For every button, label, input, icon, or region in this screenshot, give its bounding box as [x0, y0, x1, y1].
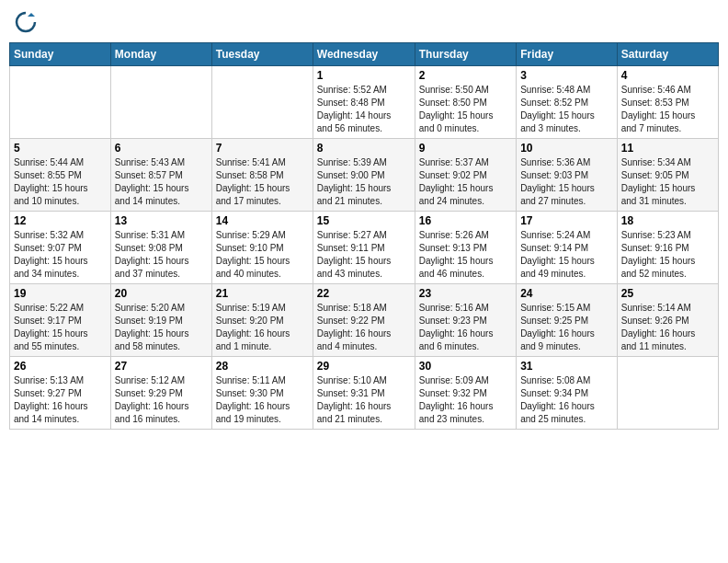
column-header-friday: Friday [517, 43, 618, 66]
calendar-cell: 14Sunrise: 5:29 AM Sunset: 9:10 PM Dayli… [211, 212, 313, 284]
calendar-week-2: 5Sunrise: 5:44 AM Sunset: 8:55 PM Daylig… [10, 139, 719, 212]
day-number: 26 [14, 360, 107, 373]
column-header-tuesday: Tuesday [211, 43, 313, 66]
calendar-cell: 25Sunrise: 5:14 AM Sunset: 9:26 PM Dayli… [617, 284, 718, 357]
calendar-cell: 3Sunrise: 5:48 AM Sunset: 8:52 PM Daylig… [517, 66, 618, 139]
calendar-cell: 11Sunrise: 5:34 AM Sunset: 9:05 PM Dayli… [617, 139, 718, 212]
day-info: Sunrise: 5:29 AM Sunset: 9:10 PM Dayligh… [216, 229, 309, 281]
calendar-cell: 2Sunrise: 5:50 AM Sunset: 8:50 PM Daylig… [415, 66, 516, 139]
calendar-cell: 29Sunrise: 5:10 AM Sunset: 9:31 PM Dayli… [313, 357, 415, 430]
day-number: 20 [115, 287, 208, 300]
column-header-monday: Monday [110, 43, 211, 66]
calendar-cell: 27Sunrise: 5:12 AM Sunset: 9:29 PM Dayli… [110, 357, 211, 430]
day-number: 7 [216, 142, 309, 155]
calendar-cell: 9Sunrise: 5:37 AM Sunset: 9:02 PM Daylig… [415, 139, 516, 212]
calendar-cell: 7Sunrise: 5:41 AM Sunset: 8:58 PM Daylig… [211, 139, 313, 212]
day-number: 25 [621, 287, 714, 300]
day-number: 29 [317, 360, 411, 373]
day-info: Sunrise: 5:31 AM Sunset: 9:08 PM Dayligh… [115, 229, 208, 281]
calendar-cell [211, 66, 313, 139]
day-number: 22 [317, 287, 411, 300]
day-info: Sunrise: 5:44 AM Sunset: 8:55 PM Dayligh… [14, 156, 107, 208]
calendar-cell: 13Sunrise: 5:31 AM Sunset: 9:08 PM Dayli… [110, 212, 211, 284]
logo [13, 9, 42, 35]
day-info: Sunrise: 5:50 AM Sunset: 8:50 PM Dayligh… [419, 84, 512, 135]
calendar-cell: 23Sunrise: 5:16 AM Sunset: 9:23 PM Dayli… [415, 284, 516, 357]
calendar-cell: 16Sunrise: 5:26 AM Sunset: 9:13 PM Dayli… [415, 212, 516, 284]
day-info: Sunrise: 5:36 AM Sunset: 9:03 PM Dayligh… [520, 156, 613, 208]
day-info: Sunrise: 5:24 AM Sunset: 9:14 PM Dayligh… [520, 229, 613, 281]
day-info: Sunrise: 5:27 AM Sunset: 9:11 PM Dayligh… [317, 229, 411, 281]
calendar-cell [617, 357, 718, 430]
day-number: 11 [621, 142, 714, 155]
day-number: 9 [419, 142, 512, 155]
day-number: 8 [317, 142, 411, 155]
day-info: Sunrise: 5:48 AM Sunset: 8:52 PM Dayligh… [520, 84, 613, 135]
day-number: 27 [115, 360, 208, 373]
day-info: Sunrise: 5:46 AM Sunset: 8:53 PM Dayligh… [621, 84, 714, 135]
page-header [9, 9, 719, 35]
calendar-cell: 17Sunrise: 5:24 AM Sunset: 9:14 PM Dayli… [517, 212, 618, 284]
day-info: Sunrise: 5:37 AM Sunset: 9:02 PM Dayligh… [419, 156, 512, 208]
day-info: Sunrise: 5:08 AM Sunset: 9:34 PM Dayligh… [520, 374, 613, 426]
calendar-cell: 12Sunrise: 5:32 AM Sunset: 9:07 PM Dayli… [10, 212, 111, 284]
column-header-wednesday: Wednesday [313, 43, 415, 66]
calendar-cell: 28Sunrise: 5:11 AM Sunset: 9:30 PM Dayli… [211, 357, 313, 430]
day-number: 5 [14, 142, 107, 155]
day-number: 10 [520, 142, 613, 155]
calendar-cell: 20Sunrise: 5:20 AM Sunset: 9:19 PM Dayli… [110, 284, 211, 357]
day-number: 15 [317, 214, 411, 227]
calendar-cell: 30Sunrise: 5:09 AM Sunset: 9:32 PM Dayli… [415, 357, 516, 430]
calendar-table: SundayMondayTuesdayWednesdayThursdayFrid… [9, 42, 719, 430]
day-info: Sunrise: 5:32 AM Sunset: 9:07 PM Dayligh… [14, 229, 107, 281]
column-header-thursday: Thursday [415, 43, 516, 66]
column-header-sunday: Sunday [10, 43, 111, 66]
day-info: Sunrise: 5:23 AM Sunset: 9:16 PM Dayligh… [621, 229, 714, 281]
day-info: Sunrise: 5:14 AM Sunset: 9:26 PM Dayligh… [621, 302, 714, 353]
calendar-cell: 22Sunrise: 5:18 AM Sunset: 9:22 PM Dayli… [313, 284, 415, 357]
day-number: 12 [14, 214, 107, 227]
calendar-cell: 26Sunrise: 5:13 AM Sunset: 9:27 PM Dayli… [10, 357, 111, 430]
day-info: Sunrise: 5:26 AM Sunset: 9:13 PM Dayligh… [419, 229, 512, 281]
calendar-cell: 6Sunrise: 5:43 AM Sunset: 8:57 PM Daylig… [110, 139, 211, 212]
day-info: Sunrise: 5:16 AM Sunset: 9:23 PM Dayligh… [419, 302, 512, 353]
calendar-cell: 15Sunrise: 5:27 AM Sunset: 9:11 PM Dayli… [313, 212, 415, 284]
calendar-cell: 10Sunrise: 5:36 AM Sunset: 9:03 PM Dayli… [517, 139, 618, 212]
day-number: 19 [14, 287, 107, 300]
calendar-cell: 24Sunrise: 5:15 AM Sunset: 9:25 PM Dayli… [517, 284, 618, 357]
day-number: 2 [419, 69, 512, 82]
calendar-week-3: 12Sunrise: 5:32 AM Sunset: 9:07 PM Dayli… [10, 212, 719, 284]
calendar-cell: 18Sunrise: 5:23 AM Sunset: 9:16 PM Dayli… [617, 212, 718, 284]
day-number: 4 [621, 69, 714, 82]
calendar-header-row: SundayMondayTuesdayWednesdayThursdayFrid… [10, 43, 719, 66]
day-info: Sunrise: 5:43 AM Sunset: 8:57 PM Dayligh… [115, 156, 208, 208]
day-number: 14 [216, 214, 309, 227]
day-info: Sunrise: 5:20 AM Sunset: 9:19 PM Dayligh… [115, 302, 208, 353]
day-number: 1 [317, 69, 411, 82]
day-number: 3 [520, 69, 613, 82]
day-number: 17 [520, 214, 613, 227]
day-info: Sunrise: 5:22 AM Sunset: 9:17 PM Dayligh… [14, 302, 107, 353]
day-number: 24 [520, 287, 613, 300]
day-info: Sunrise: 5:12 AM Sunset: 9:29 PM Dayligh… [115, 374, 208, 426]
calendar-week-5: 26Sunrise: 5:13 AM Sunset: 9:27 PM Dayli… [10, 357, 719, 430]
day-number: 23 [419, 287, 512, 300]
day-info: Sunrise: 5:19 AM Sunset: 9:20 PM Dayligh… [216, 302, 309, 353]
calendar-cell: 31Sunrise: 5:08 AM Sunset: 9:34 PM Dayli… [517, 357, 618, 430]
day-number: 16 [419, 214, 512, 227]
day-info: Sunrise: 5:09 AM Sunset: 9:32 PM Dayligh… [419, 374, 512, 426]
day-number: 13 [115, 214, 208, 227]
calendar-cell: 8Sunrise: 5:39 AM Sunset: 9:00 PM Daylig… [313, 139, 415, 212]
calendar-cell [110, 66, 211, 139]
calendar-cell: 4Sunrise: 5:46 AM Sunset: 8:53 PM Daylig… [617, 66, 718, 139]
calendar-cell: 21Sunrise: 5:19 AM Sunset: 9:20 PM Dayli… [211, 284, 313, 357]
calendar-week-1: 1Sunrise: 5:52 AM Sunset: 8:48 PM Daylig… [10, 66, 719, 139]
column-header-saturday: Saturday [617, 43, 718, 66]
calendar-cell: 5Sunrise: 5:44 AM Sunset: 8:55 PM Daylig… [10, 139, 111, 212]
day-info: Sunrise: 5:39 AM Sunset: 9:00 PM Dayligh… [317, 156, 411, 208]
calendar-cell: 19Sunrise: 5:22 AM Sunset: 9:17 PM Dayli… [10, 284, 111, 357]
day-info: Sunrise: 5:34 AM Sunset: 9:05 PM Dayligh… [621, 156, 714, 208]
logo-icon [13, 9, 39, 35]
calendar-week-4: 19Sunrise: 5:22 AM Sunset: 9:17 PM Dayli… [10, 284, 719, 357]
day-number: 18 [621, 214, 714, 227]
